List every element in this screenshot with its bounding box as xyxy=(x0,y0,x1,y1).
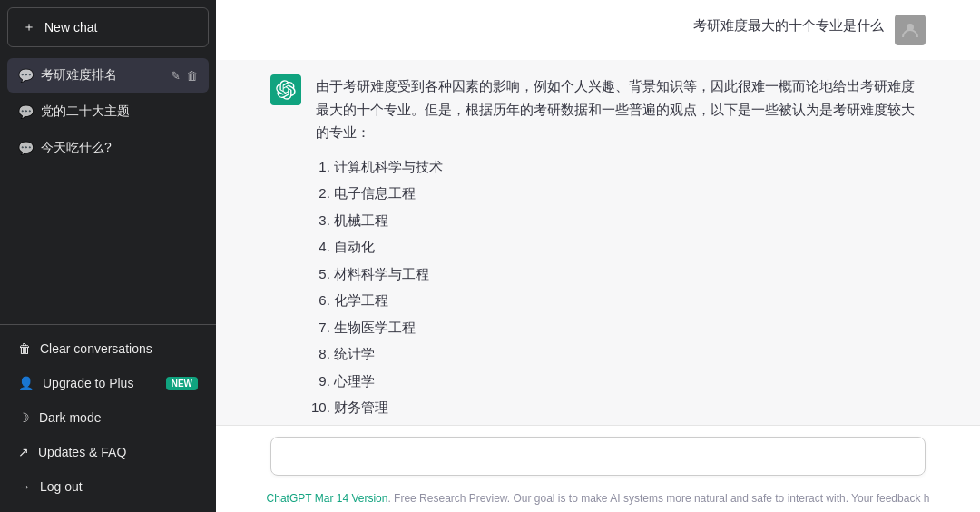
action-icon-dark: ☽ xyxy=(18,410,30,425)
chat-icon: 💬 xyxy=(18,104,34,119)
chat-list: 💬 考研难度排名 ✎ 🗑 💬 党的二十大主题 💬 今天吃什么? xyxy=(0,54,216,320)
chat-item-label: 今天吃什么? xyxy=(41,140,112,156)
list-item: 自动化 xyxy=(334,235,926,259)
action-label-faq: Updates & FAQ xyxy=(38,445,126,459)
edit-icon[interactable]: ✎ xyxy=(171,69,181,83)
ai-avatar xyxy=(270,74,301,105)
action-label-dark: Dark mode xyxy=(39,410,101,425)
sidebar-action-faq[interactable]: ↗ Updates & FAQ xyxy=(7,436,209,468)
chat-item-label: 考研难度排名 xyxy=(41,67,117,84)
sidebar-action-upgrade[interactable]: 👤 Upgrade to Plus NEW xyxy=(7,367,209,399)
list-item: 计算机科学与技术 xyxy=(334,155,926,179)
chat-item-label: 党的二十大主题 xyxy=(41,103,130,120)
ai-intro-text: 由于考研难度受到各种因素的影响，例如个人兴趣、背景知识等，因此很难一概而论地给出… xyxy=(316,74,926,144)
footer-description: . Free Research Preview. Our goal is to … xyxy=(387,492,929,505)
main-content: 考研难度最大的十个专业是什么 由于考研难度受到各种因素的影响，例如个人兴趣、背景… xyxy=(216,0,980,512)
list-item: 材料科学与工程 xyxy=(334,262,926,286)
user-message-area: 考研难度最大的十个专业是什么 xyxy=(216,0,980,60)
list-item: 生物医学工程 xyxy=(334,316,926,340)
action-icon-clear: 🗑 xyxy=(18,341,31,356)
chat-input[interactable] xyxy=(286,448,910,464)
action-label-clear: Clear conversations xyxy=(40,341,152,356)
chat-item-left: 💬 考研难度排名 xyxy=(18,67,117,84)
footer-text: ChatGPT Mar 14 Version. Free Research Pr… xyxy=(216,487,980,512)
action-icon-faq: ↗ xyxy=(18,445,29,459)
new-chat-button[interactable]: ＋ New chat xyxy=(7,7,209,47)
action-icon-logout: → xyxy=(18,479,31,494)
sidebar-bottom: 🗑 Clear conversations 👤 Upgrade to Plus … xyxy=(0,329,216,512)
plus-icon: ＋ xyxy=(23,19,35,35)
user-avatar xyxy=(895,15,926,45)
delete-icon[interactable]: 🗑 xyxy=(186,69,198,83)
chat-icon: 💬 xyxy=(18,68,34,83)
chat-icon: 💬 xyxy=(18,141,34,155)
chat-list-item[interactable]: 💬 党的二十大主题 xyxy=(7,94,209,129)
badge-new: NEW xyxy=(166,377,198,390)
chat-list-item[interactable]: 💬 今天吃什么? xyxy=(7,131,209,165)
list-item: 财务管理 xyxy=(334,396,926,419)
ai-response-content: 由于考研难度受到各种因素的影响，例如个人兴趣、背景知识等，因此很难一概而论地给出… xyxy=(316,74,926,423)
sidebar: ＋ New chat 💬 考研难度排名 ✎ 🗑 💬 党的二十大主题 💬 今天吃什… xyxy=(0,0,216,512)
chat-item-actions: ✎ 🗑 xyxy=(171,69,198,83)
chat-item-left: 💬 今天吃什么? xyxy=(18,140,112,156)
sidebar-divider xyxy=(0,324,216,325)
footer-version-link[interactable]: ChatGPT Mar 14 Version xyxy=(267,492,388,505)
list-item: 心理学 xyxy=(334,369,926,393)
subject-list: 计算机科学与技术电子信息工程机械工程自动化材料科学与工程化学工程生物医学工程统计… xyxy=(334,155,926,419)
sidebar-action-dark[interactable]: ☽ Dark mode xyxy=(7,401,209,434)
list-item: 电子信息工程 xyxy=(334,182,926,205)
sidebar-action-clear[interactable]: 🗑 Clear conversations xyxy=(7,332,209,365)
chat-list-item[interactable]: 💬 考研难度排名 ✎ 🗑 xyxy=(7,58,209,93)
action-icon-upgrade: 👤 xyxy=(18,376,34,390)
ai-message-area: 由于考研难度受到各种因素的影响，例如个人兴趣、背景知识等，因此很难一概而论地给出… xyxy=(216,60,980,425)
action-label-logout: Log out xyxy=(40,479,83,494)
chat-messages: 考研难度最大的十个专业是什么 由于考研难度受到各种因素的影响，例如个人兴趣、背景… xyxy=(216,0,980,425)
input-wrapper xyxy=(270,437,926,476)
sidebar-action-logout[interactable]: → Log out xyxy=(7,470,209,503)
input-area xyxy=(216,425,980,487)
new-chat-label: New chat xyxy=(44,20,97,34)
list-item: 化学工程 xyxy=(334,289,926,312)
chat-item-left: 💬 党的二十大主题 xyxy=(18,103,130,120)
user-bubble: 考研难度最大的十个专业是什么 xyxy=(693,15,926,45)
action-label-upgrade: Upgrade to Plus xyxy=(43,376,133,390)
user-question-text: 考研难度最大的十个专业是什么 xyxy=(693,15,884,36)
list-item: 统计学 xyxy=(334,342,926,366)
list-item: 机械工程 xyxy=(334,209,926,232)
